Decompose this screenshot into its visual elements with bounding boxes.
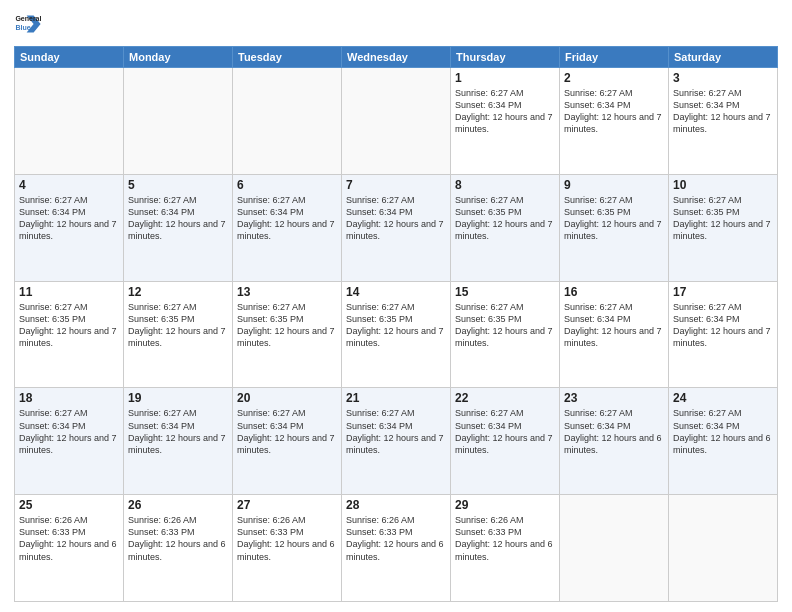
day-number: 27 bbox=[237, 498, 337, 512]
weekday-header-monday: Monday bbox=[124, 47, 233, 68]
day-number: 1 bbox=[455, 71, 555, 85]
calendar-cell: 10Sunrise: 6:27 AMSunset: 6:35 PMDayligh… bbox=[669, 174, 778, 281]
day-number: 17 bbox=[673, 285, 773, 299]
day-info: Sunrise: 6:27 AMSunset: 6:34 PMDaylight:… bbox=[128, 194, 228, 243]
day-number: 15 bbox=[455, 285, 555, 299]
calendar-cell bbox=[15, 68, 124, 175]
generalblue-icon: General Blue bbox=[14, 10, 42, 38]
day-number: 5 bbox=[128, 178, 228, 192]
calendar-cell: 16Sunrise: 6:27 AMSunset: 6:34 PMDayligh… bbox=[560, 281, 669, 388]
calendar-cell: 4Sunrise: 6:27 AMSunset: 6:34 PMDaylight… bbox=[15, 174, 124, 281]
weekday-header-thursday: Thursday bbox=[451, 47, 560, 68]
day-info: Sunrise: 6:27 AMSunset: 6:34 PMDaylight:… bbox=[237, 194, 337, 243]
day-number: 20 bbox=[237, 391, 337, 405]
day-number: 8 bbox=[455, 178, 555, 192]
calendar-cell: 11Sunrise: 6:27 AMSunset: 6:35 PMDayligh… bbox=[15, 281, 124, 388]
calendar-cell: 6Sunrise: 6:27 AMSunset: 6:34 PMDaylight… bbox=[233, 174, 342, 281]
svg-text:General: General bbox=[15, 15, 41, 22]
day-number: 23 bbox=[564, 391, 664, 405]
day-info: Sunrise: 6:27 AMSunset: 6:35 PMDaylight:… bbox=[19, 301, 119, 350]
day-number: 6 bbox=[237, 178, 337, 192]
day-info: Sunrise: 6:27 AMSunset: 6:34 PMDaylight:… bbox=[564, 87, 664, 136]
day-number: 25 bbox=[19, 498, 119, 512]
logo: General Blue bbox=[14, 10, 42, 38]
day-number: 26 bbox=[128, 498, 228, 512]
day-info: Sunrise: 6:26 AMSunset: 6:33 PMDaylight:… bbox=[346, 514, 446, 563]
day-info: Sunrise: 6:27 AMSunset: 6:34 PMDaylight:… bbox=[673, 87, 773, 136]
calendar-cell bbox=[560, 495, 669, 602]
day-number: 22 bbox=[455, 391, 555, 405]
calendar-cell: 12Sunrise: 6:27 AMSunset: 6:35 PMDayligh… bbox=[124, 281, 233, 388]
day-info: Sunrise: 6:27 AMSunset: 6:34 PMDaylight:… bbox=[564, 407, 664, 456]
calendar-cell: 26Sunrise: 6:26 AMSunset: 6:33 PMDayligh… bbox=[124, 495, 233, 602]
calendar-cell bbox=[669, 495, 778, 602]
day-info: Sunrise: 6:27 AMSunset: 6:34 PMDaylight:… bbox=[564, 301, 664, 350]
day-info: Sunrise: 6:27 AMSunset: 6:34 PMDaylight:… bbox=[673, 301, 773, 350]
calendar-cell: 18Sunrise: 6:27 AMSunset: 6:34 PMDayligh… bbox=[15, 388, 124, 495]
day-info: Sunrise: 6:27 AMSunset: 6:35 PMDaylight:… bbox=[455, 301, 555, 350]
day-info: Sunrise: 6:27 AMSunset: 6:35 PMDaylight:… bbox=[455, 194, 555, 243]
calendar-cell bbox=[342, 68, 451, 175]
day-number: 21 bbox=[346, 391, 446, 405]
day-info: Sunrise: 6:27 AMSunset: 6:34 PMDaylight:… bbox=[455, 407, 555, 456]
calendar-cell: 25Sunrise: 6:26 AMSunset: 6:33 PMDayligh… bbox=[15, 495, 124, 602]
day-info: Sunrise: 6:26 AMSunset: 6:33 PMDaylight:… bbox=[128, 514, 228, 563]
day-number: 9 bbox=[564, 178, 664, 192]
calendar-cell: 7Sunrise: 6:27 AMSunset: 6:34 PMDaylight… bbox=[342, 174, 451, 281]
svg-text:Blue: Blue bbox=[15, 24, 30, 31]
day-info: Sunrise: 6:27 AMSunset: 6:35 PMDaylight:… bbox=[673, 194, 773, 243]
day-info: Sunrise: 6:27 AMSunset: 6:34 PMDaylight:… bbox=[237, 407, 337, 456]
day-info: Sunrise: 6:26 AMSunset: 6:33 PMDaylight:… bbox=[237, 514, 337, 563]
day-info: Sunrise: 6:27 AMSunset: 6:34 PMDaylight:… bbox=[673, 407, 773, 456]
calendar-cell: 24Sunrise: 6:27 AMSunset: 6:34 PMDayligh… bbox=[669, 388, 778, 495]
day-number: 13 bbox=[237, 285, 337, 299]
day-info: Sunrise: 6:26 AMSunset: 6:33 PMDaylight:… bbox=[19, 514, 119, 563]
calendar-cell: 3Sunrise: 6:27 AMSunset: 6:34 PMDaylight… bbox=[669, 68, 778, 175]
day-info: Sunrise: 6:27 AMSunset: 6:35 PMDaylight:… bbox=[346, 301, 446, 350]
weekday-header-tuesday: Tuesday bbox=[233, 47, 342, 68]
day-info: Sunrise: 6:27 AMSunset: 6:35 PMDaylight:… bbox=[237, 301, 337, 350]
day-number: 2 bbox=[564, 71, 664, 85]
day-number: 12 bbox=[128, 285, 228, 299]
calendar-cell: 29Sunrise: 6:26 AMSunset: 6:33 PMDayligh… bbox=[451, 495, 560, 602]
calendar-cell: 23Sunrise: 6:27 AMSunset: 6:34 PMDayligh… bbox=[560, 388, 669, 495]
day-info: Sunrise: 6:27 AMSunset: 6:34 PMDaylight:… bbox=[455, 87, 555, 136]
calendar-cell: 15Sunrise: 6:27 AMSunset: 6:35 PMDayligh… bbox=[451, 281, 560, 388]
calendar-cell: 28Sunrise: 6:26 AMSunset: 6:33 PMDayligh… bbox=[342, 495, 451, 602]
day-info: Sunrise: 6:27 AMSunset: 6:34 PMDaylight:… bbox=[346, 407, 446, 456]
calendar-cell bbox=[124, 68, 233, 175]
day-number: 28 bbox=[346, 498, 446, 512]
day-number: 3 bbox=[673, 71, 773, 85]
day-info: Sunrise: 6:27 AMSunset: 6:34 PMDaylight:… bbox=[19, 194, 119, 243]
header: General Blue bbox=[14, 10, 778, 38]
day-info: Sunrise: 6:26 AMSunset: 6:33 PMDaylight:… bbox=[455, 514, 555, 563]
calendar-cell: 8Sunrise: 6:27 AMSunset: 6:35 PMDaylight… bbox=[451, 174, 560, 281]
day-info: Sunrise: 6:27 AMSunset: 6:34 PMDaylight:… bbox=[19, 407, 119, 456]
weekday-header-saturday: Saturday bbox=[669, 47, 778, 68]
page: General Blue SundayMondayTuesdayWednesda… bbox=[0, 0, 792, 612]
day-number: 4 bbox=[19, 178, 119, 192]
weekday-header-friday: Friday bbox=[560, 47, 669, 68]
calendar-cell: 13Sunrise: 6:27 AMSunset: 6:35 PMDayligh… bbox=[233, 281, 342, 388]
day-info: Sunrise: 6:27 AMSunset: 6:35 PMDaylight:… bbox=[564, 194, 664, 243]
calendar-cell: 27Sunrise: 6:26 AMSunset: 6:33 PMDayligh… bbox=[233, 495, 342, 602]
calendar-cell bbox=[233, 68, 342, 175]
day-info: Sunrise: 6:27 AMSunset: 6:34 PMDaylight:… bbox=[346, 194, 446, 243]
day-number: 11 bbox=[19, 285, 119, 299]
day-number: 29 bbox=[455, 498, 555, 512]
calendar-cell: 21Sunrise: 6:27 AMSunset: 6:34 PMDayligh… bbox=[342, 388, 451, 495]
day-number: 14 bbox=[346, 285, 446, 299]
calendar-cell: 9Sunrise: 6:27 AMSunset: 6:35 PMDaylight… bbox=[560, 174, 669, 281]
calendar-cell: 22Sunrise: 6:27 AMSunset: 6:34 PMDayligh… bbox=[451, 388, 560, 495]
calendar-cell: 19Sunrise: 6:27 AMSunset: 6:34 PMDayligh… bbox=[124, 388, 233, 495]
calendar-table: SundayMondayTuesdayWednesdayThursdayFrid… bbox=[14, 46, 778, 602]
calendar-cell: 20Sunrise: 6:27 AMSunset: 6:34 PMDayligh… bbox=[233, 388, 342, 495]
day-number: 10 bbox=[673, 178, 773, 192]
weekday-header-sunday: Sunday bbox=[15, 47, 124, 68]
calendar-cell: 1Sunrise: 6:27 AMSunset: 6:34 PMDaylight… bbox=[451, 68, 560, 175]
calendar-cell: 2Sunrise: 6:27 AMSunset: 6:34 PMDaylight… bbox=[560, 68, 669, 175]
calendar-cell: 14Sunrise: 6:27 AMSunset: 6:35 PMDayligh… bbox=[342, 281, 451, 388]
day-number: 19 bbox=[128, 391, 228, 405]
weekday-header-wednesday: Wednesday bbox=[342, 47, 451, 68]
calendar-cell: 5Sunrise: 6:27 AMSunset: 6:34 PMDaylight… bbox=[124, 174, 233, 281]
